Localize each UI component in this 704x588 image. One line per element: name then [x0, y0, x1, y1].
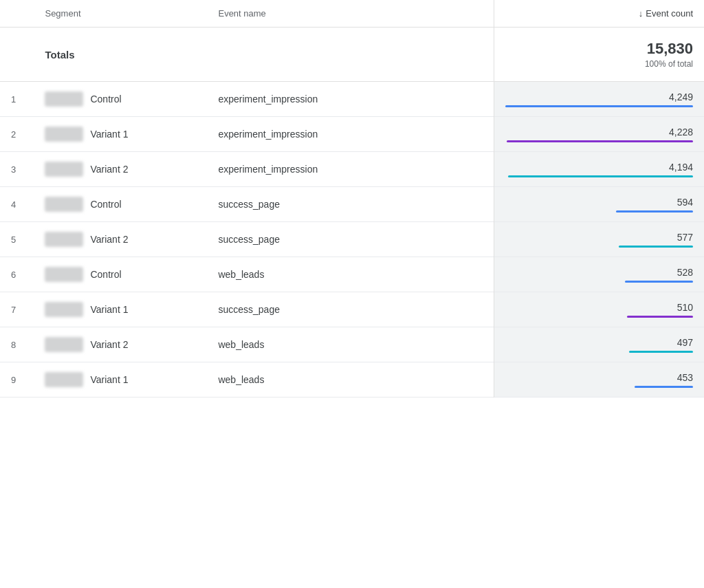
- count-value: 497: [677, 337, 693, 348]
- segment-name: Control: [90, 199, 121, 210]
- bar-line: [616, 210, 693, 213]
- segment-cell: Variant 2: [34, 152, 207, 187]
- segment-thumbnail: [45, 337, 83, 352]
- segment-name: Control: [90, 269, 121, 280]
- row-num: 6: [0, 257, 34, 292]
- row-num: 5: [0, 222, 34, 257]
- count-value: 510: [677, 302, 693, 313]
- table-row: 3 Variant 2 experiment_impression 4,194: [0, 152, 704, 187]
- segment-thumbnail: [45, 197, 83, 212]
- bar-line: [619, 246, 693, 248]
- count-value: 594: [677, 197, 693, 208]
- count-value: 4,249: [669, 91, 693, 102]
- event-name-cell: web_leads: [207, 257, 494, 292]
- bar-line: [507, 140, 693, 142]
- count-cell: 528: [494, 257, 704, 292]
- row-num: 8: [0, 327, 34, 362]
- segment-cell: Control: [34, 82, 207, 117]
- col-header-num: [0, 0, 34, 28]
- bar-line: [505, 105, 693, 107]
- sort-arrow-icon: ↓: [639, 8, 644, 19]
- count-value: 4,228: [669, 127, 693, 138]
- count-cell: 4,194: [494, 152, 704, 187]
- totals-value-cell: 15,830 100% of total: [494, 28, 704, 82]
- segment-name: Variant 2: [90, 164, 128, 175]
- row-num: 9: [0, 362, 34, 398]
- segment-name: Variant 1: [90, 129, 128, 140]
- col-header-segment: Segment: [34, 0, 207, 28]
- row-num: 7: [0, 292, 34, 327]
- count-cell: 4,228: [494, 117, 704, 152]
- segment-name: Variant 1: [90, 304, 128, 315]
- event-name-cell: success_page: [207, 187, 494, 222]
- bar-line: [508, 175, 693, 177]
- segment-name: Variant 2: [90, 234, 128, 245]
- segment-name: Variant 1: [90, 374, 128, 385]
- segment-cell: Variant 1: [34, 362, 207, 398]
- col-header-event-name: Event name: [207, 0, 494, 28]
- totals-event-empty: [207, 28, 494, 82]
- table-row: 8 Variant 2 web_leads 497: [0, 327, 704, 362]
- totals-num: [0, 28, 34, 82]
- row-num: 3: [0, 152, 34, 187]
- totals-row: Totals 15,830 100% of total: [0, 28, 704, 82]
- segment-cell: Variant 1: [34, 117, 207, 152]
- table-row: 7 Variant 1 success_page 510: [0, 292, 704, 327]
- bar-line: [627, 316, 693, 318]
- event-name-cell: experiment_impression: [207, 82, 494, 117]
- event-name-cell: web_leads: [207, 327, 494, 362]
- table-row: 9 Variant 1 web_leads 453: [0, 362, 704, 398]
- bar-line: [629, 351, 693, 353]
- table-row: 5 Variant 2 success_page 577: [0, 222, 704, 257]
- col-header-event-count[interactable]: ↓Event count: [494, 0, 704, 28]
- count-cell: 594: [494, 187, 704, 222]
- row-num: 2: [0, 117, 34, 152]
- row-num: 1: [0, 82, 34, 117]
- count-value: 528: [677, 267, 693, 278]
- event-name-cell: success_page: [207, 292, 494, 327]
- segment-thumbnail: [45, 302, 83, 317]
- totals-label-cell: Totals: [34, 28, 207, 82]
- analytics-table: Segment Event name ↓Event count Totals: [0, 0, 704, 398]
- segment-thumbnail: [45, 127, 83, 142]
- count-cell: 497: [494, 327, 704, 362]
- count-cell: 4,249: [494, 82, 704, 117]
- bar-line: [635, 386, 693, 388]
- segment-name: Variant 2: [90, 339, 128, 350]
- count-value: 577: [677, 232, 693, 243]
- event-name-cell: experiment_impression: [207, 152, 494, 187]
- event-name-cell: experiment_impression: [207, 117, 494, 152]
- segment-thumbnail: [45, 267, 83, 282]
- segment-thumbnail: [45, 91, 83, 107]
- table-row: 1 Control experiment_impression 4,249: [0, 82, 704, 117]
- table-row: 2 Variant 1 experiment_impression 4,228: [0, 117, 704, 152]
- count-value: 453: [677, 372, 693, 383]
- table-row: 4 Control success_page 594: [0, 187, 704, 222]
- row-num: 4: [0, 187, 34, 222]
- segment-thumbnail: [45, 372, 83, 387]
- segment-cell: Variant 2: [34, 327, 207, 362]
- event-name-cell: web_leads: [207, 362, 494, 398]
- count-cell: 510: [494, 292, 704, 327]
- table-row: 6 Control web_leads 528: [0, 257, 704, 292]
- count-cell: 453: [494, 362, 704, 398]
- segment-cell: Control: [34, 257, 207, 292]
- segment-cell: Variant 2: [34, 222, 207, 257]
- segment-cell: Variant 1: [34, 292, 207, 327]
- segment-name: Control: [90, 94, 121, 105]
- count-value: 4,194: [669, 162, 693, 173]
- count-cell: 577: [494, 222, 704, 257]
- event-name-cell: success_page: [207, 222, 494, 257]
- segment-cell: Control: [34, 187, 207, 222]
- bar-line: [625, 281, 693, 283]
- segment-thumbnail: [45, 162, 83, 177]
- segment-thumbnail: [45, 232, 83, 247]
